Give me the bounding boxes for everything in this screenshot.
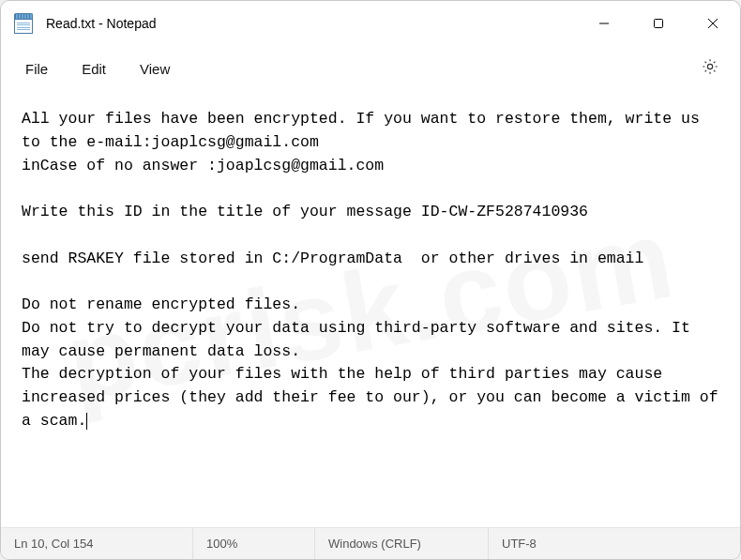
menubar: File Edit View — [1, 46, 740, 91]
maximize-button[interactable] — [631, 1, 686, 46]
close-icon — [706, 17, 719, 30]
notepad-window: Read.txt - Notepad File Edit View pcrisk… — [0, 0, 741, 560]
close-button[interactable] — [686, 1, 740, 46]
settings-button[interactable] — [688, 52, 733, 85]
text-caret — [86, 413, 87, 430]
menu-file[interactable]: File — [8, 53, 65, 84]
status-zoom[interactable]: 100% — [193, 528, 315, 559]
window-title: Read.txt - Notepad — [46, 16, 157, 31]
text-editor[interactable]: All your files have been encrypted. If y… — [1, 91, 740, 527]
svg-point-4 — [707, 64, 712, 68]
titlebar: Read.txt - Notepad — [1, 1, 740, 46]
minimize-button[interactable] — [577, 1, 631, 46]
document-text: All your files have been encrypted. If y… — [22, 110, 728, 430]
statusbar: Ln 10, Col 154 100% Windows (CRLF) UTF-8 — [1, 527, 740, 559]
notepad-icon — [14, 13, 33, 34]
gear-icon — [701, 57, 719, 76]
editor-area: pcrisk.com All your files have been encr… — [1, 91, 740, 527]
window-controls — [577, 1, 740, 46]
menu-edit[interactable]: Edit — [65, 53, 123, 84]
status-cursor-position: Ln 10, Col 154 — [1, 528, 193, 559]
status-line-ending: Windows (CRLF) — [315, 528, 489, 559]
svg-rect-1 — [655, 20, 663, 28]
minimize-icon — [598, 18, 610, 29]
status-encoding: UTF-8 — [489, 528, 740, 559]
maximize-icon — [653, 18, 664, 29]
menu-view[interactable]: View — [123, 53, 187, 84]
